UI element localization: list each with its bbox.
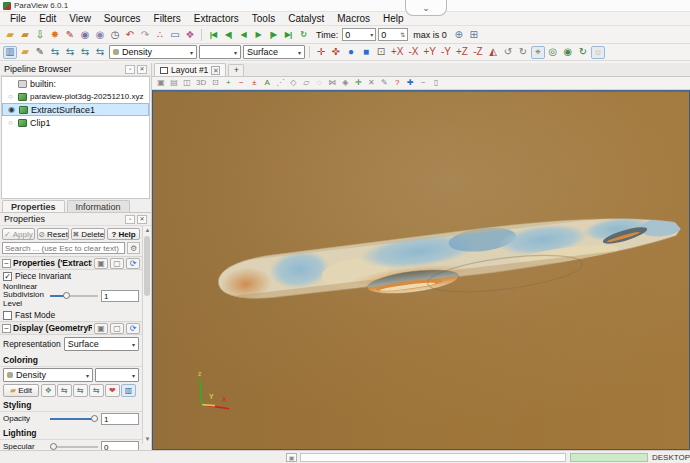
rescale-custom-range-icon[interactable]: ⇆ [63,46,77,59]
collapse-view-icon[interactable]: − [417,78,429,89]
piece-invariant-checkbox[interactable]: ✓ [3,272,12,281]
link-selection-icon[interactable]: ∴ [153,28,167,41]
zoom-to-box-icon[interactable]: ⊡ [209,78,221,89]
specular-slider[interactable] [50,442,98,450]
edit-color-map-icon[interactable]: ✎ [33,46,47,59]
screen-share-dropdown-button[interactable]: ⌄ [405,0,447,16]
select-polygon-icon[interactable]: ◇ [287,78,299,89]
delete-button[interactable]: ✖Delete [71,228,105,240]
coloring-component-combo[interactable]: ▾ [95,368,139,382]
capture-view-icon[interactable]: ◫ [181,78,193,89]
visibility-icon[interactable]: ◉ [7,105,16,114]
section-display-header[interactable]: − Display (GeometryRepre ▣ ▢ ⟳ [0,321,142,335]
select-frustum-icon[interactable]: ⋰ [274,78,286,89]
visibility-icon[interactable]: ○ [6,92,15,101]
collapse-icon[interactable]: − [2,324,11,333]
menu-macros[interactable]: Macros [331,12,376,25]
interactive-select-points-icon[interactable]: ⋈ [326,78,338,89]
open-file-icon[interactable]: ▰ [3,28,17,41]
pick-center-icon[interactable]: ◎ [546,46,560,59]
opacity-value-field[interactable]: 1 [101,413,139,425]
pipeline-item-builtin[interactable]: builtin: [2,77,149,90]
grow-selection-icon[interactable]: ✛ [352,78,364,89]
float-dock-icon[interactable]: ▫ [125,65,135,74]
menu-catalyst[interactable]: Catalyst [282,12,330,25]
close-view-icon[interactable]: ▯ [430,78,442,89]
rescale-custom-range-icon[interactable]: ⇆ [73,384,88,397]
visibility-icon[interactable]: ○ [6,118,15,127]
frame-spinner[interactable]: 0 ⇅ [378,28,408,41]
copy-display-icon[interactable]: ▣ [94,323,108,334]
representation-select[interactable]: Surface ▾ [64,337,139,351]
use-separate-color-map-icon[interactable]: ❖ [41,384,56,397]
hover-cells-icon[interactable]: ◈ [339,78,351,89]
rotate-camera-icon[interactable]: ↻ [576,46,590,59]
section-properties-header[interactable]: − Properties ('ExtractSurfa ▣ ▢ ⟳ [0,256,142,270]
gear-icon[interactable]: ⚙ [127,242,140,254]
split-view-icon[interactable]: ✚ [404,78,416,89]
rescale-visible-range-icon[interactable]: ⇆ [89,384,104,397]
color-map-folder-icon[interactable]: ▰ [18,46,32,59]
redo-icon[interactable]: ↷ [138,28,152,41]
view-plus-y-icon[interactable]: +Y [422,46,439,59]
float-dock-icon[interactable]: ▫ [125,215,135,224]
representation-combo[interactable]: Surface ▾ [243,45,305,59]
zoom-to-box-icon[interactable]: ⊡ [374,46,388,59]
auto-apply-icon[interactable]: ✸ [48,28,62,41]
zoom-time-icon[interactable]: ⊕ [452,28,466,41]
fast-mode-checkbox[interactable] [3,311,12,320]
select-block-icon[interactable]: ▱ [300,78,312,89]
paste-properties-icon[interactable]: ▢ [110,258,124,269]
select-cells-icon[interactable]: A [261,78,273,89]
rescale-temporal-range-icon[interactable]: ⇆ [78,46,92,59]
view-minus-y-icon[interactable]: -Y [439,46,453,59]
menu-filters[interactable]: Filters [148,12,187,25]
edit-scene-icon[interactable]: ✎ [378,78,390,89]
specular-value-field[interactable]: 0 [101,441,139,450]
render-view[interactable]: z X Y [152,90,690,450]
last-frame-button[interactable]: ▶| [281,28,295,41]
scroll-up-icon[interactable]: ▲ [143,226,151,235]
menu-file[interactable]: File [4,12,32,25]
choose-preset-icon[interactable]: ❤ [105,384,120,397]
reload-defaults-icon[interactable]: ⟳ [126,323,140,334]
edit-color-map-button[interactable]: ▰ Edit [3,384,39,397]
reset-center-icon[interactable]: ◉ [561,46,575,59]
camera-2d-icon[interactable]: ■ [359,46,373,59]
time-value-combo[interactable]: 0 ▾ [342,28,376,41]
first-frame-button[interactable]: |◀ [206,28,220,41]
coloring-array-combo[interactable]: Density ▾ [3,368,93,382]
record-time-icon[interactable]: ⊞ [467,28,481,41]
zoom-closest-icon[interactable]: ✜ [329,46,343,59]
collapse-icon[interactable]: − [2,259,11,268]
save-screenshot-icon[interactable]: ▣ [155,78,167,89]
open-recent-icon[interactable]: ▰ [18,28,32,41]
menu-view[interactable]: View [63,12,97,25]
play-reverse-button[interactable]: ◀| [221,28,235,41]
palette-icon[interactable]: ❖ [183,28,197,41]
menu-sources[interactable]: Sources [98,12,147,25]
tab-properties[interactable]: Properties [2,200,65,212]
add-layout-tab[interactable]: + [228,64,244,76]
view-minus-x-icon[interactable]: -X [407,46,421,59]
copy-properties-icon[interactable]: ▣ [94,258,108,269]
close-tab-icon[interactable]: ✕ [211,66,220,75]
reset-button[interactable]: ⊘Reset [37,228,70,240]
statusbar-button[interactable]: ▣ [286,453,297,462]
next-frame-button[interactable]: |▶ [266,28,280,41]
reset-camera-icon[interactable]: ✛ [314,46,328,59]
view-plus-z-icon[interactable]: +Z [454,46,470,59]
menu-tools[interactable]: Tools [246,12,281,25]
apply-button[interactable]: ✓Apply [2,228,35,240]
undo-icon[interactable]: ↶ [123,28,137,41]
select-points-plus-icon[interactable]: + [222,78,234,89]
rescale-data-range-icon[interactable]: ⇆ [57,384,72,397]
vertical-scrollbar[interactable]: ▲ ▼ [142,226,151,444]
rotate-90-ccw-icon[interactable]: ↺ [501,46,515,59]
subdivision-value-field[interactable]: 1 [101,290,139,302]
pipeline-item-clip[interactable]: ○ Clip1 [2,116,149,129]
interactive-select-cells-icon[interactable]: ◌ [313,78,325,89]
view-plus-x-icon[interactable]: +X [389,46,406,59]
paste-display-icon[interactable]: ▢ [110,323,124,334]
select-points-minus-icon[interactable]: − [235,78,247,89]
